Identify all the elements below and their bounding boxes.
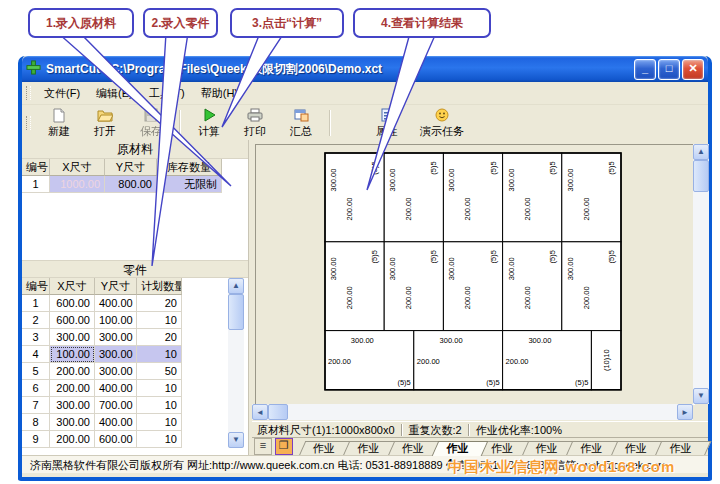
- table-cell[interactable]: 1: [22, 176, 50, 193]
- menubar-gripper[interactable]: [26, 86, 31, 100]
- table-cell[interactable]: 4: [22, 346, 50, 363]
- svg-text:200.00: 200.00: [582, 198, 591, 221]
- toolbar-gripper[interactable]: [26, 116, 31, 130]
- job-tab-strip: ≡ ❐ 作业1作业2作业3作业4作业5作业6作业7作业8作业9: [252, 437, 708, 456]
- repeat-count-status: 重复次数:2: [409, 423, 462, 438]
- table-cell[interactable]: 700.00: [95, 397, 137, 414]
- table-cell[interactable]: 8: [22, 414, 50, 431]
- scroll-down-icon[interactable]: ▼: [693, 388, 709, 404]
- svg-text:(5)5: (5)5: [429, 161, 438, 174]
- scroll-up-icon[interactable]: ▲: [228, 278, 244, 294]
- column-header[interactable]: 计划数量: [137, 278, 182, 295]
- properties-button[interactable]: 属性: [364, 106, 410, 140]
- tab-menu-icon[interactable]: ≡: [254, 438, 272, 455]
- new-button[interactable]: 新建: [36, 106, 82, 140]
- table-cell[interactable]: 800.00: [105, 176, 157, 193]
- column-header[interactable]: 编号: [22, 278, 50, 295]
- table-cell[interactable]: 300.00: [95, 346, 137, 363]
- column-header[interactable]: 编号: [22, 159, 50, 176]
- svg-text:(5)5: (5)5: [575, 378, 588, 387]
- maximize-button[interactable]: □: [658, 59, 680, 80]
- table-cell[interactable]: 200.00: [50, 380, 95, 397]
- table-cell[interactable]: 20: [137, 329, 182, 346]
- table-cell[interactable]: 300.00: [50, 329, 95, 346]
- scrollbar-thumb[interactable]: [268, 404, 288, 420]
- table-cell[interactable]: 300.00: [50, 397, 95, 414]
- table-cell[interactable]: 1: [22, 295, 50, 312]
- table-cell[interactable]: 2: [22, 312, 50, 329]
- column-header[interactable]: X尺寸: [50, 278, 95, 295]
- table-cell[interactable]: 10: [137, 397, 182, 414]
- table-cell[interactable]: 6: [22, 380, 50, 397]
- table-cell[interactable]: 10: [137, 380, 182, 397]
- scroll-right-icon[interactable]: ►: [677, 404, 693, 420]
- demo-task-button[interactable]: 演示任务: [410, 106, 474, 140]
- table-cell[interactable]: 3: [22, 329, 50, 346]
- svg-text:(10)10: (10)10: [602, 349, 611, 371]
- table-cell[interactable]: 10: [137, 346, 182, 363]
- column-header[interactable]: 库存数量: [157, 159, 222, 176]
- summary-button[interactable]: 汇总: [278, 106, 324, 140]
- table-cell[interactable]: 300.00: [95, 329, 137, 346]
- table-cell[interactable]: 无限制: [157, 176, 222, 193]
- parts-scrollbar[interactable]: ▲ ▼: [228, 278, 244, 448]
- column-header[interactable]: X尺寸: [50, 159, 105, 176]
- scrollbar-thumb[interactable]: [693, 160, 709, 192]
- table-cell[interactable]: 7: [22, 397, 50, 414]
- table-cell[interactable]: 100.00: [50, 346, 95, 363]
- window-title: SmartCut - C:\Program Files\Queek\极限切割20…: [46, 61, 632, 78]
- column-header[interactable]: Y尺寸: [95, 278, 137, 295]
- column-header[interactable]: Y尺寸: [105, 159, 157, 176]
- open-button[interactable]: 打开: [82, 106, 128, 140]
- svg-text:300.00: 300.00: [507, 169, 516, 192]
- table-cell[interactable]: 10: [137, 431, 182, 448]
- scroll-down-icon[interactable]: ▼: [228, 432, 244, 448]
- table-cell[interactable]: 10: [137, 312, 182, 329]
- table-cell[interactable]: 9: [22, 431, 50, 448]
- result-horizontal-scrollbar[interactable]: ◄ ►: [252, 404, 693, 420]
- svg-text:200.00: 200.00: [523, 198, 532, 221]
- sheet-tab-9[interactable]: 作业9: [658, 441, 708, 456]
- table-cell[interactable]: 600.00: [50, 312, 95, 329]
- table-cell[interactable]: 100.00: [95, 312, 137, 329]
- table-cell[interactable]: 600.00: [50, 295, 95, 312]
- table-cell[interactable]: 5: [22, 363, 50, 380]
- tab-nav-icon[interactable]: ❐: [275, 438, 293, 455]
- table-cell[interactable]: 300.00: [50, 414, 95, 431]
- table-cell[interactable]: 10: [137, 414, 182, 431]
- table-cell[interactable]: 50: [137, 363, 182, 380]
- table-cell[interactable]: 20: [137, 295, 182, 312]
- close-button[interactable]: ✕: [682, 59, 704, 80]
- table-cell[interactable]: 400.00: [95, 380, 137, 397]
- menu-edit[interactable]: 编辑(E): [88, 84, 141, 103]
- svg-text:300.00: 300.00: [566, 169, 575, 192]
- svg-text:(5)5: (5)5: [370, 250, 379, 263]
- save-button[interactable]: 保存: [128, 106, 174, 140]
- scroll-up-icon[interactable]: ▲: [693, 144, 709, 160]
- table-cell[interactable]: 600.00: [95, 431, 137, 448]
- table-cell[interactable]: 400.00: [95, 295, 137, 312]
- print-button[interactable]: 打印: [232, 106, 278, 140]
- calculate-button[interactable]: 计算: [186, 106, 232, 140]
- menu-help[interactable]: 帮助(H): [193, 84, 246, 103]
- scrollbar-thumb[interactable]: [228, 294, 244, 330]
- toolbar: 新建 打开 保存 计算 打印 汇总 属性 演示任务: [22, 105, 708, 142]
- menu-file[interactable]: 文件(F): [36, 84, 88, 103]
- svg-text:(5)5: (5)5: [489, 161, 498, 174]
- callout-view-results: 4.查看计算结果: [353, 8, 491, 38]
- table-cell[interactable]: 300.00: [95, 363, 137, 380]
- table-cell[interactable]: 200.00: [50, 431, 95, 448]
- svg-text:(5)5: (5)5: [397, 378, 410, 387]
- table-cell[interactable]: 400.00: [95, 414, 137, 431]
- minimize-button[interactable]: _: [634, 59, 656, 80]
- menu-tools[interactable]: 工具(T): [141, 84, 193, 103]
- table-cell[interactable]: 200.00: [50, 363, 95, 380]
- scroll-left-icon[interactable]: ◄: [252, 404, 268, 420]
- result-vertical-scrollbar[interactable]: ▲ ▼: [693, 144, 709, 404]
- svg-text:200.00: 200.00: [404, 286, 413, 309]
- svg-text:200.00: 200.00: [582, 286, 591, 309]
- table-cell[interactable]: 1000.00: [50, 176, 105, 193]
- title-bar: SmartCut - C:\Program Files\Queek\极限切割20…: [22, 56, 708, 82]
- callout-click-calculate: 3.点击“计算”: [230, 8, 344, 38]
- sheet-tab-4[interactable]: 作业4: [435, 441, 485, 456]
